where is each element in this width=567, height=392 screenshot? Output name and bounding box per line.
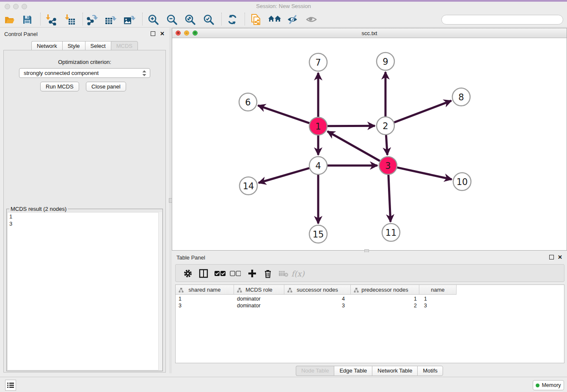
select-stepper-icon xyxy=(142,70,147,77)
graph-node-2[interactable]: 2 xyxy=(377,117,394,135)
show-hidden-button[interactable] xyxy=(305,12,319,27)
split-columns-button[interactable] xyxy=(196,266,211,281)
column-header-shared-name[interactable]: shared name xyxy=(176,285,234,295)
export-image-button[interactable] xyxy=(122,12,137,27)
column-header-successor-nodes[interactable]: successor nodes xyxy=(284,285,351,295)
zoom-out-button[interactable] xyxy=(165,12,179,27)
import-table-icon xyxy=(64,14,76,25)
mcds-result-group-title: MCDS result (2 nodes) xyxy=(9,206,68,212)
cell-shared-name[interactable]: 3 xyxy=(179,303,182,309)
graph-node-15[interactable]: 15 xyxy=(309,225,327,243)
graph-node-label: 1 xyxy=(315,121,321,132)
result-scrollbar[interactable] xyxy=(158,212,162,370)
graph-edge-1-2[interactable] xyxy=(328,126,375,126)
cell-mcds-role[interactable]: dominator xyxy=(237,296,261,302)
graph-node-11[interactable]: 11 xyxy=(382,224,400,241)
apply-layout-button[interactable] xyxy=(225,12,239,27)
clone-network-button[interactable] xyxy=(249,12,263,27)
zoom-in-button[interactable] xyxy=(146,12,160,27)
zoom-fit-icon xyxy=(184,14,196,25)
toolbar-separator xyxy=(245,13,245,25)
graph-edge-3-1[interactable] xyxy=(328,131,380,161)
cell-name[interactable]: 1 xyxy=(424,296,427,302)
graph-node-10[interactable]: 10 xyxy=(453,173,471,190)
graph-edge-1-6[interactable] xyxy=(258,105,310,123)
unchecked-boxes-icon xyxy=(230,271,241,276)
graph-node-label: 6 xyxy=(245,97,250,108)
graph-node-8[interactable]: 8 xyxy=(452,88,470,106)
open-folder-icon xyxy=(4,14,15,25)
cell-mcds-role[interactable]: dominator xyxy=(237,303,261,309)
save-disk-icon xyxy=(22,14,33,25)
open-session-button[interactable] xyxy=(2,12,17,27)
save-session-button[interactable] xyxy=(20,12,34,27)
memory-button[interactable]: Memory xyxy=(533,380,564,390)
table-header-row: shared name MCDS role successor nodes pr… xyxy=(176,285,457,295)
graph-node-7[interactable]: 7 xyxy=(309,53,327,71)
graph-node-3[interactable]: 3 xyxy=(379,157,397,174)
status-bar: Memory xyxy=(0,377,567,392)
add-column-button[interactable] xyxy=(245,266,259,281)
graph-edge-2-3[interactable] xyxy=(386,135,387,155)
optimization-criterion-label: Optimization criterion: xyxy=(4,59,165,65)
export-network-button[interactable] xyxy=(85,12,99,27)
optimization-criterion-select[interactable]: strongly connected component xyxy=(19,68,150,78)
zoom-selected-button[interactable] xyxy=(201,12,216,27)
graph-node-1[interactable]: 1 xyxy=(309,117,327,135)
column-header-label: name xyxy=(431,287,445,293)
column-source-icon xyxy=(179,288,184,293)
import-network-button[interactable] xyxy=(44,12,58,27)
zoom-fit-button[interactable] xyxy=(183,12,197,27)
run-mcds-button[interactable]: Run MCDS xyxy=(40,82,79,91)
cell-predecessor-nodes[interactable]: 1 xyxy=(383,296,417,302)
deselect-all-checkboxes-button[interactable] xyxy=(228,266,242,281)
cell-shared-name[interactable]: 1 xyxy=(179,296,182,302)
tab-node-table[interactable]: Node Table xyxy=(296,366,334,376)
graph-edge-2-8[interactable] xyxy=(394,101,451,122)
apply-function-button[interactable]: f(x) xyxy=(291,266,305,281)
task-history-button[interactable] xyxy=(5,380,16,391)
hide-selected-button[interactable] xyxy=(286,12,300,27)
export-table-button[interactable] xyxy=(104,12,118,27)
graph-node-4[interactable]: 4 xyxy=(309,157,327,174)
show-all-networks-button[interactable] xyxy=(267,12,282,27)
graph-node-label: 3 xyxy=(385,161,391,171)
import-table-button[interactable] xyxy=(63,12,77,27)
graph-edge-4-14[interactable] xyxy=(259,168,309,183)
mcds-result-list[interactable]: 1 3 xyxy=(7,212,162,370)
column-header-name[interactable]: name xyxy=(419,285,457,295)
cell-successor-nodes[interactable]: 3 xyxy=(315,303,345,309)
graph-node-14[interactable]: 14 xyxy=(239,177,257,195)
select-all-checkboxes-button[interactable] xyxy=(213,266,227,281)
column-header-mcds-role[interactable]: MCDS role xyxy=(234,285,284,295)
cell-predecessor-nodes[interactable]: 2 xyxy=(383,303,417,309)
graph-node-label: 10 xyxy=(457,177,468,187)
delete-table-button[interactable] xyxy=(276,266,291,281)
node-table: shared name MCDS role successor nodes pr… xyxy=(175,284,564,363)
graph-edge-3-10[interactable] xyxy=(397,168,451,179)
graph-node-6[interactable]: 6 xyxy=(239,93,257,111)
titlebar: Session: New Session xyxy=(0,2,567,11)
table-close-panel-icon[interactable]: ✕ xyxy=(558,254,562,260)
clone-network-icon xyxy=(250,13,262,26)
search-input[interactable] xyxy=(441,15,563,25)
toolbar-separator xyxy=(221,13,222,25)
table-float-panel-icon[interactable] xyxy=(549,255,554,261)
graph-edge-3-11[interactable] xyxy=(388,175,391,222)
close-panel-button[interactable]: Close panel xyxy=(86,82,126,91)
network-canvas[interactable]: 7968124314101511 xyxy=(172,38,567,250)
cell-name[interactable]: 3 xyxy=(424,303,427,309)
tab-network-table[interactable]: Network Table xyxy=(372,366,417,376)
control-panel: Control Panel ✕ NetworkStyleSelectMCDS O… xyxy=(0,28,169,373)
column-header-predecessor-nodes[interactable]: predecessor nodes xyxy=(351,285,419,295)
tab-edge-table[interactable]: Edge Table xyxy=(334,366,372,376)
graph-node-9[interactable]: 9 xyxy=(377,52,394,70)
column-settings-button[interactable] xyxy=(181,266,195,281)
close-panel-icon[interactable]: ✕ xyxy=(160,31,165,37)
tab-motifs[interactable]: Motifs xyxy=(417,366,443,376)
float-panel-icon[interactable] xyxy=(151,31,155,37)
graph-node-label: 14 xyxy=(243,181,254,191)
cell-successor-nodes[interactable]: 4 xyxy=(315,296,345,302)
delete-column-button[interactable] xyxy=(261,266,275,281)
delete-table-icon xyxy=(278,270,289,277)
